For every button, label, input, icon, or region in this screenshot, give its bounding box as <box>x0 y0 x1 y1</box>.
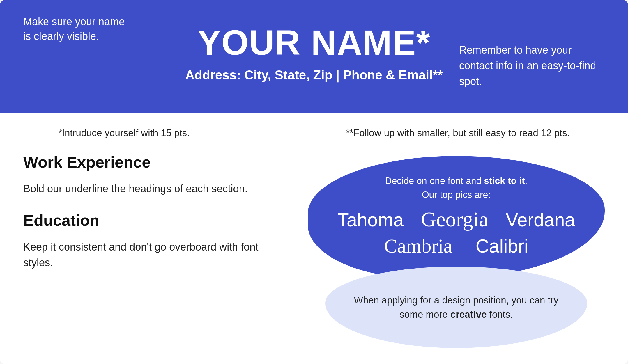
note-2: **Follow up with smaller, but still easy… <box>346 127 570 139</box>
header-section: Make sure your name is clearly visible. … <box>0 0 628 113</box>
header-name: YOUR NAME* <box>197 22 430 63</box>
right-column: Decide on one font and stick to it. Our … <box>308 153 605 352</box>
small-blob-text: When applying for a design position, you… <box>343 293 570 322</box>
main-content: Work Experience Bold our underline the h… <box>0 147 628 364</box>
small-blob: When applying for a design position, you… <box>325 267 587 348</box>
font-calibri: Calibri <box>475 235 528 257</box>
font-blob-tip: Decide on one font and stick to it. Our … <box>385 174 527 202</box>
education-heading: Education <box>23 211 284 229</box>
note-1: *Intruduce yourself with 15 pts. <box>58 127 190 139</box>
work-experience-body: Bold our underline the headings of each … <box>23 181 284 197</box>
font-tahoma: Tahoma <box>337 209 404 231</box>
font-names-row1: Tahoma Georgia Verdana <box>337 207 575 232</box>
education-block: Education Keep it consistent and don't g… <box>23 211 284 271</box>
resume-tips-card: Make sure your name is clearly visible. … <box>0 0 628 364</box>
work-experience-block: Work Experience Bold our underline the h… <box>23 153 284 197</box>
font-tip-bold: stick to it <box>484 175 525 186</box>
font-cambria: Cambria <box>384 235 452 258</box>
education-divider <box>23 233 284 233</box>
left-column: Work Experience Bold our underline the h… <box>23 153 284 352</box>
creative-text-bold: creative <box>450 309 487 320</box>
font-tip-line2: Our top pics are: <box>422 189 491 200</box>
font-names-row2: Cambria Calibri <box>384 235 528 258</box>
header-tip-right: Remember to have your contact info in an… <box>459 42 605 89</box>
notes-section: *Intruduce yourself with 15 pts. **Follo… <box>0 113 628 147</box>
work-experience-divider <box>23 175 284 175</box>
creative-text-end: fonts. <box>487 309 513 320</box>
small-blob-wrapper: When applying for a design position, you… <box>308 267 605 348</box>
font-tip-end: . <box>525 175 528 186</box>
font-blob: Decide on one font and stick to it. Our … <box>308 156 605 278</box>
work-experience-heading: Work Experience <box>23 153 284 171</box>
header-address: Address: City, State, Zip | Phone & Emai… <box>185 68 443 82</box>
header-tip-left: Make sure your name is clearly visible. <box>23 15 134 44</box>
font-verdana: Verdana <box>506 209 575 231</box>
font-tip-normal: Decide on one font and <box>385 175 484 186</box>
education-body: Keep it consistent and don't go overboar… <box>23 239 284 271</box>
font-georgia: Georgia <box>421 207 488 232</box>
